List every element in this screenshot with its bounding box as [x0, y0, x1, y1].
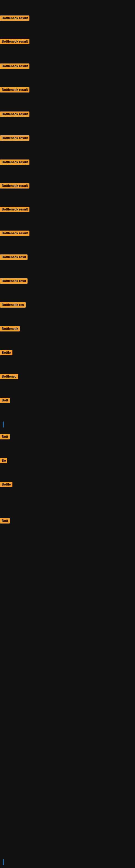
bottleneck-badge[interactable]: Bottleneck result: [0, 112, 30, 117]
bottleneck-badge[interactable]: Bo: [0, 458, 7, 463]
bottleneck-badge[interactable]: Bottleneck result: [0, 16, 30, 21]
bottleneck-badge[interactable]: Bottleneck result: [0, 207, 30, 212]
bottleneck-badge[interactable]: Bottleneck: [0, 326, 20, 332]
bottleneck-badge[interactable]: Bottleneck resu: [0, 278, 28, 284]
bottleneck-badge[interactable]: Bottleneck result: [0, 63, 30, 69]
bottleneck-badge[interactable]: Bottleneck result: [0, 39, 30, 44]
bottleneck-badge[interactable]: Bottleneck result: [0, 87, 30, 93]
bottleneck-badge[interactable]: Bottleneck result: [0, 159, 30, 165]
text-cursor: [3, 859, 3, 865]
bottleneck-badge[interactable]: Bottleneck result: [0, 230, 30, 236]
bottleneck-badge[interactable]: Bottleneck res: [0, 302, 26, 308]
bottleneck-badge[interactable]: Bott: [0, 398, 10, 403]
bottleneck-badge[interactable]: Bottleneck result: [0, 135, 30, 141]
bottleneck-badge[interactable]: Bottlenec: [0, 374, 18, 379]
bottleneck-badge[interactable]: Bott: [0, 434, 10, 439]
bottleneck-badge[interactable]: Bottleneck result: [0, 183, 30, 188]
bottleneck-badge[interactable]: Bott: [0, 518, 10, 524]
bottleneck-badge[interactable]: Bottle: [0, 482, 12, 487]
text-cursor: [3, 422, 3, 428]
bottleneck-badge[interactable]: Bottle: [0, 350, 12, 355]
bottleneck-badge[interactable]: Bottleneck resu: [0, 254, 28, 260]
